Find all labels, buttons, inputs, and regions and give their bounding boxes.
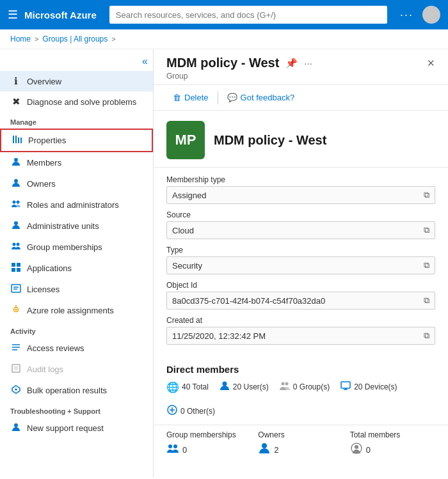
sidebar: « ℹ Overview ✖ Diagnose and solve proble…: [0, 49, 154, 478]
audit-logs-icon: [10, 363, 22, 375]
search-input[interactable]: [109, 6, 387, 24]
copy-icon[interactable]: ⧉: [424, 260, 429, 271]
feedback-icon: 💬: [227, 93, 237, 102]
sidebar-item-overview[interactable]: ℹ Overview: [0, 71, 153, 91]
sidebar-section-manage: Manage: [0, 112, 153, 129]
resource-header: MDM policy - West 📌 ··· ✕ Group: [154, 49, 448, 85]
sidebar-item-applications[interactable]: Applications: [0, 258, 153, 279]
hamburger-menu-icon[interactable]: ☰: [8, 8, 18, 22]
sidebar-item-access-reviews[interactable]: Access reviews: [0, 338, 153, 359]
group-info-value: 2: [258, 442, 337, 457]
prop-object-id: Object Id 8a0cd375-c701-42f4-b074-c54f70…: [166, 281, 435, 310]
bulk-ops-icon: [10, 384, 22, 397]
feedback-button[interactable]: 💬 Got feedback?: [221, 90, 301, 105]
admin-units-icon: [10, 220, 22, 232]
svg-point-4: [14, 158, 18, 162]
collapse-icon[interactable]: «: [142, 56, 148, 67]
content-area: MDM policy - West 📌 ··· ✕ Group 🗑 Delete…: [154, 49, 448, 478]
stat-users: 20 User(s): [219, 380, 269, 394]
copy-icon[interactable]: ⧉: [424, 295, 429, 306]
stat-value: 0 Group(s): [293, 382, 330, 391]
sidebar-item-bulk-ops[interactable]: Bulk operation results: [0, 380, 153, 401]
diagnose-icon: ✖: [10, 96, 22, 107]
group-info-value: 0: [350, 442, 429, 457]
stat-value: 40 Total: [182, 382, 209, 391]
sidebar-item-azure-roles[interactable]: Azure role assignments: [0, 300, 153, 321]
copy-icon[interactable]: ⧉: [424, 225, 429, 235]
sidebar-item-licenses[interactable]: Licenses: [0, 279, 153, 300]
owners-icon: [258, 442, 271, 457]
delete-label: Delete: [184, 93, 209, 102]
svg-point-41: [355, 445, 358, 449]
resource-more-icon[interactable]: ···: [304, 58, 312, 68]
svg-point-37: [168, 444, 172, 448]
properties-section: Membership type Assigned ⧉ Source Cloud …: [154, 168, 448, 359]
svg-point-29: [281, 382, 284, 386]
svg-point-19: [15, 309, 17, 311]
sidebar-item-label: Administrative units: [27, 221, 99, 231]
entity-block: MP MDM policy - West: [154, 111, 448, 168]
svg-point-27: [14, 423, 18, 427]
sidebar-item-label: Audit logs: [27, 365, 63, 374]
group-memberships-icon: [166, 442, 179, 457]
sidebar-section-troubleshoot: Troubleshooting + Support: [0, 401, 153, 418]
breadcrumb-home[interactable]: Home: [10, 35, 31, 43]
user-icon: [219, 380, 230, 394]
sidebar-item-properties[interactable]: Properties: [0, 129, 153, 152]
svg-rect-0: [13, 136, 14, 143]
sidebar-collapse[interactable]: «: [0, 53, 153, 71]
sidebar-item-diagnose[interactable]: ✖ Diagnose and solve problems: [0, 91, 153, 112]
copy-icon[interactable]: ⧉: [424, 190, 429, 200]
sidebar-item-roles[interactable]: Roles and administrators: [0, 194, 153, 216]
svg-rect-11: [12, 263, 15, 267]
sidebar-item-label: Roles and administrators: [27, 200, 119, 210]
entity-avatar: MP: [166, 121, 205, 159]
svg-point-30: [285, 382, 288, 386]
sidebar-item-group-memberships[interactable]: Group memberships: [0, 237, 153, 258]
globe-icon: 🌐: [166, 381, 179, 393]
prop-source: Source Cloud ⧉: [166, 210, 435, 239]
total-members-col: Total members 0: [344, 430, 435, 457]
svg-rect-3: [20, 137, 22, 143]
svg-point-6: [13, 201, 16, 204]
svg-rect-24: [12, 365, 20, 372]
stat-value: 20 Device(s): [354, 382, 397, 391]
pin-icon[interactable]: 📌: [285, 58, 298, 69]
properties-icon: [12, 134, 23, 146]
breadcrumb-sep-1: >: [35, 35, 38, 43]
group-memberships-col: Group memberships 0: [166, 430, 252, 457]
close-icon[interactable]: ✕: [427, 58, 435, 69]
sidebar-item-support[interactable]: New support request: [0, 418, 153, 439]
licenses-icon: [10, 283, 22, 295]
sidebar-section-activity: Activity: [0, 321, 153, 338]
sidebar-item-label: Licenses: [27, 285, 60, 294]
sidebar-item-owners[interactable]: Owners: [0, 173, 153, 194]
avatar[interactable]: [422, 6, 440, 24]
group-icon: [279, 380, 291, 394]
roles-icon: [10, 199, 22, 211]
total-members-icon: [350, 442, 363, 457]
copy-icon[interactable]: ⧉: [424, 331, 429, 341]
more-options-icon[interactable]: ···: [400, 8, 413, 22]
sidebar-item-members[interactable]: Members: [0, 152, 153, 173]
svg-rect-15: [12, 285, 20, 292]
prop-value-text: 8a0cd375-c701-42f4-b074-c54f70a32da0: [172, 296, 325, 306]
group-memberships-count: 0: [182, 445, 187, 455]
direct-members-section: Direct members 🌐 40 Total 20 User(s): [154, 359, 448, 425]
sidebar-item-label: Azure role assignments: [27, 306, 114, 315]
sidebar-item-admin-units[interactable]: Administrative units: [0, 216, 153, 237]
delete-button[interactable]: 🗑 Delete: [166, 90, 215, 105]
svg-point-38: [173, 444, 177, 448]
prop-value-text: Assigned: [172, 191, 206, 200]
sidebar-item-label: Group memberships: [27, 242, 102, 252]
group-info-label: Owners: [258, 430, 337, 439]
stat-groups: 0 Group(s): [279, 380, 330, 394]
breadcrumb-groups[interactable]: Groups | All groups: [42, 35, 108, 43]
owners-count: 2: [274, 445, 278, 455]
prop-label: Source: [166, 210, 435, 219]
sidebar-item-label: Access reviews: [27, 343, 84, 353]
sidebar-item-label: Owners: [27, 179, 56, 189]
prop-label: Membership type: [166, 175, 435, 184]
sidebar-item-label: Overview: [27, 77, 61, 86]
top-bar-actions: ···: [400, 6, 440, 24]
